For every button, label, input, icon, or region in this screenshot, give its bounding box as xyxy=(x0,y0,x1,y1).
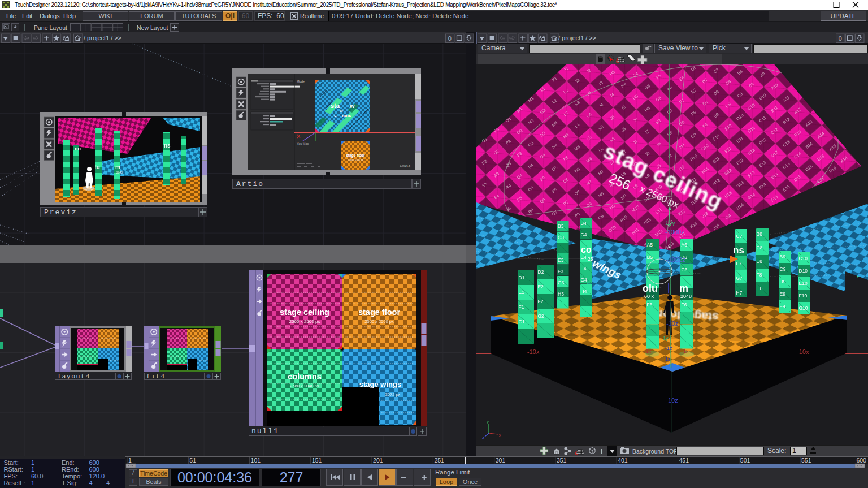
svg-text:B5: B5 xyxy=(647,254,653,260)
svg-text:10y: 10y xyxy=(665,219,675,226)
svg-text:REnd:: REnd: xyxy=(62,466,79,473)
svg-text:301: 301 xyxy=(496,457,506,464)
svg-text:stage floor: stage floor xyxy=(358,308,400,317)
svg-text:2560 x 2560 px: 2560 x 2560 px xyxy=(348,158,363,161)
svg-text:columns: columns xyxy=(288,372,322,381)
svg-text:H3: H3 xyxy=(558,291,564,297)
svg-text:120.0: 120.0 xyxy=(89,473,105,480)
svg-text:G3: G3 xyxy=(558,280,565,286)
svg-text:1: 1 xyxy=(31,466,34,473)
svg-text:F8: F8 xyxy=(757,272,762,278)
svg-text:ns: ns xyxy=(733,245,744,256)
svg-text:stage ceiling: stage ceiling xyxy=(280,308,329,317)
svg-text:x: x xyxy=(499,433,501,438)
svg-text:G7: G7 xyxy=(736,275,743,281)
svg-text:-1002z: -1002z xyxy=(666,256,685,263)
svg-text:Previz: Previz xyxy=(44,208,77,217)
svg-text:551: 551 xyxy=(801,457,811,464)
svg-text:2560 x 2048 px: 2560 x 2048 px xyxy=(290,383,319,388)
svg-text:G10: G10 xyxy=(799,305,808,311)
svg-text:G4: G4 xyxy=(581,277,588,283)
svg-text:Tempo:: Tempo: xyxy=(62,473,82,480)
svg-text:B8: B8 xyxy=(757,231,763,237)
svg-text:D1: D1 xyxy=(519,275,525,280)
svg-text:F10: F10 xyxy=(799,293,808,299)
svg-text:F2: F2 xyxy=(538,299,544,304)
svg-text:2560 x 2560 px: 2560 x 2560 px xyxy=(364,319,394,324)
svg-text:m: m xyxy=(115,164,120,170)
svg-text:30: 30 xyxy=(340,109,343,113)
svg-text:G2: G2 xyxy=(538,313,545,319)
svg-text:C9: C9 xyxy=(780,266,786,272)
svg-text:B9: B9 xyxy=(780,254,786,260)
svg-text:T Sig:: T Sig: xyxy=(62,480,78,486)
svg-text:501: 501 xyxy=(740,457,750,464)
svg-text:E10: E10 xyxy=(799,280,808,286)
svg-text:olu: olu xyxy=(643,283,658,294)
svg-text:B4: B4 xyxy=(581,221,587,226)
svg-text:m: m xyxy=(679,283,688,294)
svg-text:351: 351 xyxy=(557,457,567,464)
svg-text:D10: D10 xyxy=(799,268,808,274)
svg-text:F7: F7 xyxy=(736,261,742,266)
svg-text:C7: C7 xyxy=(736,234,743,239)
svg-text:201: 201 xyxy=(373,457,383,464)
svg-text:2560 x 2560 px: 2560 x 2560 px xyxy=(289,319,320,324)
svg-text:F3: F3 xyxy=(558,269,563,274)
svg-text:D9: D9 xyxy=(780,279,786,284)
svg-text:E2: E2 xyxy=(538,284,544,290)
svg-text:A5: A5 xyxy=(647,242,653,248)
svg-text:1y: 1y xyxy=(663,335,669,341)
svg-text:C4: C4 xyxy=(581,232,587,237)
svg-text:600: 600 xyxy=(856,457,866,464)
svg-text:H4: H4 xyxy=(581,288,587,294)
svg-text:-1000z: -1000z xyxy=(665,228,684,235)
svg-text:c: c xyxy=(334,113,337,118)
svg-text:2048: 2048 xyxy=(116,171,123,174)
svg-text:layout4: layout4 xyxy=(57,373,90,380)
svg-text:600: 600 xyxy=(89,466,99,473)
svg-text:H8: H8 xyxy=(757,286,763,291)
svg-text:1: 1 xyxy=(31,480,34,486)
svg-text:1: 1 xyxy=(128,457,132,464)
svg-text:F6: F6 xyxy=(682,302,687,308)
svg-text:z: z xyxy=(482,435,484,440)
svg-text:F1: F1 xyxy=(519,304,524,310)
svg-text:E4: E4 xyxy=(581,254,587,260)
svg-text:H7: H7 xyxy=(736,290,743,296)
svg-text:101: 101 xyxy=(251,457,261,464)
svg-text:ResetF:: ResetF: xyxy=(4,480,26,486)
svg-text:Start:: Start: xyxy=(4,459,19,466)
svg-text:B3: B3 xyxy=(558,223,564,229)
svg-text:y: y xyxy=(487,419,489,424)
svg-text:0: 0 xyxy=(839,35,842,42)
svg-text:3072 px: 3072 px xyxy=(385,392,401,397)
svg-text:E3: E3 xyxy=(558,257,564,263)
svg-text:lu: lu xyxy=(95,164,100,170)
svg-text:10z: 10z xyxy=(668,397,678,404)
svg-text:stage wings: stage wings xyxy=(359,380,401,388)
svg-text:25: 25 xyxy=(588,256,593,262)
svg-text:2048: 2048 xyxy=(680,293,692,299)
svg-text:E8: E8 xyxy=(757,258,763,264)
svg-text:-10x: -10x xyxy=(527,348,540,355)
svg-text:mns: mns xyxy=(342,113,351,118)
svg-text:10x: 10x xyxy=(799,348,809,355)
svg-text:C3: C3 xyxy=(558,235,564,240)
svg-text:co: co xyxy=(581,245,592,254)
svg-text:w: w xyxy=(349,102,355,109)
svg-text:-10z: -10z xyxy=(666,320,678,327)
svg-text:RStart:: RStart: xyxy=(4,466,23,473)
svg-text:51: 51 xyxy=(189,457,196,464)
svg-text:G1: G1 xyxy=(519,319,526,325)
svg-text:Artio: Artio xyxy=(236,180,264,188)
svg-text:Mode: Mode xyxy=(297,80,305,83)
svg-text:F9: F9 xyxy=(780,304,785,309)
svg-text:451: 451 xyxy=(679,457,689,464)
svg-text:A6: A6 xyxy=(682,242,688,248)
svg-text:60.0: 60.0 xyxy=(31,473,43,480)
svg-text:C10: C10 xyxy=(799,256,808,261)
svg-text:i: i xyxy=(601,448,602,455)
svg-text:151: 151 xyxy=(312,457,322,464)
svg-text:251: 251 xyxy=(434,457,444,464)
